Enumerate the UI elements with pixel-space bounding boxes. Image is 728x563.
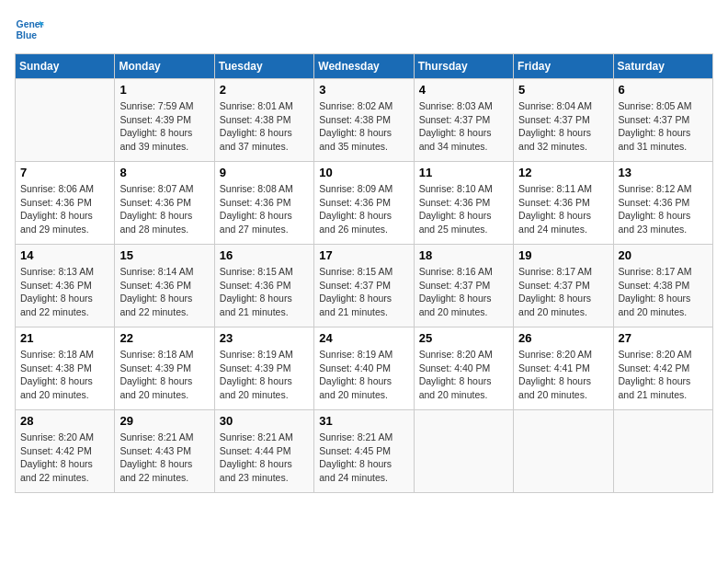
- header-thursday: Thursday: [414, 54, 513, 79]
- day-detail: Sunrise: 8:21 AMSunset: 4:44 PMDaylight:…: [220, 431, 309, 485]
- day-detail: Sunrise: 8:05 AMSunset: 4:37 PMDaylight:…: [619, 99, 708, 154]
- day-detail: Sunrise: 8:13 AMSunset: 4:36 PMDaylight:…: [20, 265, 109, 319]
- day-number: 5: [518, 83, 608, 97]
- day-detail: Sunrise: 8:20 AMSunset: 4:40 PMDaylight:…: [419, 348, 508, 402]
- calendar-cell: 24Sunrise: 8:19 AMSunset: 4:40 PMDayligh…: [314, 327, 414, 410]
- day-detail: Sunrise: 8:01 AMSunset: 4:38 PMDaylight:…: [220, 99, 309, 154]
- calendar-cell: [16, 79, 115, 162]
- calendar-table: SundayMondayTuesdayWednesdayThursdayFrid…: [15, 53, 713, 493]
- calendar-cell: 16Sunrise: 8:15 AMSunset: 4:36 PMDayligh…: [214, 245, 313, 327]
- day-detail: Sunrise: 7:59 AMSunset: 4:39 PMDaylight:…: [119, 99, 209, 154]
- header-tuesday: Tuesday: [214, 54, 313, 79]
- header-friday: Friday: [514, 54, 613, 79]
- day-detail: Sunrise: 8:20 AMSunset: 4:42 PMDaylight:…: [619, 348, 708, 402]
- calendar-cell: 6Sunrise: 8:05 AMSunset: 4:37 PMDaylight…: [613, 79, 712, 162]
- day-number: 6: [619, 83, 708, 97]
- day-detail: Sunrise: 8:18 AMSunset: 4:39 PMDaylight:…: [119, 348, 209, 402]
- week-row-5: 28Sunrise: 8:20 AMSunset: 4:42 PMDayligh…: [16, 410, 713, 493]
- day-number: 28: [20, 414, 109, 428]
- day-detail: Sunrise: 8:17 AMSunset: 4:37 PMDaylight:…: [518, 265, 608, 319]
- day-number: 24: [319, 331, 408, 345]
- day-number: 7: [20, 166, 109, 179]
- day-number: 10: [319, 166, 408, 179]
- calendar-cell: 22Sunrise: 8:18 AMSunset: 4:39 PMDayligh…: [115, 327, 214, 410]
- calendar-cell: 19Sunrise: 8:17 AMSunset: 4:37 PMDayligh…: [514, 245, 613, 327]
- day-detail: Sunrise: 8:15 AMSunset: 4:37 PMDaylight:…: [319, 265, 408, 319]
- calendar-cell: 29Sunrise: 8:21 AMSunset: 4:43 PMDayligh…: [115, 410, 214, 493]
- day-detail: Sunrise: 8:19 AMSunset: 4:39 PMDaylight:…: [220, 348, 309, 402]
- header-wednesday: Wednesday: [314, 54, 414, 79]
- calendar-cell: 5Sunrise: 8:04 AMSunset: 4:37 PMDaylight…: [514, 79, 613, 162]
- week-row-4: 21Sunrise: 8:18 AMSunset: 4:38 PMDayligh…: [16, 327, 713, 410]
- calendar-cell: 12Sunrise: 8:11 AMSunset: 4:36 PMDayligh…: [514, 162, 613, 245]
- calendar-cell: 21Sunrise: 8:18 AMSunset: 4:38 PMDayligh…: [16, 327, 115, 410]
- calendar-cell: 17Sunrise: 8:15 AMSunset: 4:37 PMDayligh…: [314, 245, 414, 327]
- day-number: 11: [419, 166, 508, 179]
- calendar-cell: 14Sunrise: 8:13 AMSunset: 4:36 PMDayligh…: [16, 245, 115, 327]
- calendar-cell: [414, 410, 513, 493]
- calendar-cell: 3Sunrise: 8:02 AMSunset: 4:38 PMDaylight…: [314, 79, 414, 162]
- calendar-cell: 20Sunrise: 8:17 AMSunset: 4:38 PMDayligh…: [613, 245, 712, 327]
- day-detail: Sunrise: 8:03 AMSunset: 4:37 PMDaylight:…: [419, 99, 508, 154]
- day-detail: Sunrise: 8:06 AMSunset: 4:36 PMDaylight:…: [20, 182, 109, 236]
- calendar-cell: 27Sunrise: 8:20 AMSunset: 4:42 PMDayligh…: [613, 327, 712, 410]
- day-number: 14: [20, 248, 109, 262]
- day-number: 4: [419, 83, 508, 97]
- calendar-cell: 31Sunrise: 8:21 AMSunset: 4:45 PMDayligh…: [314, 410, 414, 493]
- day-number: 23: [220, 331, 309, 345]
- header-saturday: Saturday: [613, 54, 712, 79]
- day-number: 22: [119, 331, 209, 345]
- calendar-cell: 15Sunrise: 8:14 AMSunset: 4:36 PMDayligh…: [115, 245, 214, 327]
- day-number: 25: [419, 331, 508, 345]
- day-number: 1: [119, 83, 209, 97]
- day-number: 9: [220, 166, 309, 179]
- header-row: SundayMondayTuesdayWednesdayThursdayFrid…: [16, 54, 713, 79]
- day-number: 13: [619, 166, 708, 179]
- day-detail: Sunrise: 8:16 AMSunset: 4:37 PMDaylight:…: [419, 265, 508, 319]
- calendar-cell: 9Sunrise: 8:08 AMSunset: 4:36 PMDaylight…: [214, 162, 313, 245]
- day-number: 29: [119, 414, 209, 428]
- day-number: 17: [319, 248, 408, 262]
- week-row-1: 1Sunrise: 7:59 AMSunset: 4:39 PMDaylight…: [16, 79, 713, 162]
- day-detail: Sunrise: 8:08 AMSunset: 4:36 PMDaylight:…: [220, 182, 309, 236]
- calendar-cell: 25Sunrise: 8:20 AMSunset: 4:40 PMDayligh…: [414, 327, 513, 410]
- day-detail: Sunrise: 8:04 AMSunset: 4:37 PMDaylight:…: [518, 99, 608, 154]
- day-detail: Sunrise: 8:14 AMSunset: 4:36 PMDaylight:…: [119, 265, 209, 319]
- week-row-2: 7Sunrise: 8:06 AMSunset: 4:36 PMDaylight…: [16, 162, 713, 245]
- day-number: 19: [518, 248, 608, 262]
- day-number: 31: [319, 414, 408, 428]
- day-number: 21: [20, 331, 109, 345]
- day-number: 27: [619, 331, 708, 345]
- day-number: 12: [518, 166, 608, 179]
- day-detail: Sunrise: 8:15 AMSunset: 4:36 PMDaylight:…: [220, 265, 309, 319]
- day-detail: Sunrise: 8:21 AMSunset: 4:43 PMDaylight:…: [119, 431, 209, 485]
- day-number: 18: [419, 248, 508, 262]
- calendar-cell: 7Sunrise: 8:06 AMSunset: 4:36 PMDaylight…: [16, 162, 115, 245]
- header-sunday: Sunday: [16, 54, 115, 79]
- calendar-header: SundayMondayTuesdayWednesdayThursdayFrid…: [16, 54, 713, 79]
- day-number: 3: [319, 83, 408, 97]
- day-number: 16: [220, 248, 309, 262]
- day-detail: Sunrise: 8:07 AMSunset: 4:36 PMDaylight:…: [119, 182, 209, 236]
- logo-icon: General Blue: [15, 15, 44, 44]
- day-detail: Sunrise: 8:09 AMSunset: 4:36 PMDaylight:…: [319, 182, 408, 236]
- day-detail: Sunrise: 8:12 AMSunset: 4:36 PMDaylight:…: [619, 182, 708, 236]
- calendar-cell: 26Sunrise: 8:20 AMSunset: 4:41 PMDayligh…: [514, 327, 613, 410]
- day-detail: Sunrise: 8:19 AMSunset: 4:40 PMDaylight:…: [319, 348, 408, 402]
- svg-text:Blue: Blue: [17, 30, 38, 40]
- calendar-cell: 1Sunrise: 7:59 AMSunset: 4:39 PMDaylight…: [115, 79, 214, 162]
- calendar-cell: 11Sunrise: 8:10 AMSunset: 4:36 PMDayligh…: [414, 162, 513, 245]
- day-number: 26: [518, 331, 608, 345]
- calendar-cell: 28Sunrise: 8:20 AMSunset: 4:42 PMDayligh…: [16, 410, 115, 493]
- day-number: 20: [619, 248, 708, 262]
- day-detail: Sunrise: 8:10 AMSunset: 4:36 PMDaylight:…: [419, 182, 508, 236]
- calendar-cell: 23Sunrise: 8:19 AMSunset: 4:39 PMDayligh…: [214, 327, 313, 410]
- logo: General Blue: [15, 15, 44, 44]
- calendar-cell: 4Sunrise: 8:03 AMSunset: 4:37 PMDaylight…: [414, 79, 513, 162]
- calendar-cell: 8Sunrise: 8:07 AMSunset: 4:36 PMDaylight…: [115, 162, 214, 245]
- calendar-cell: 13Sunrise: 8:12 AMSunset: 4:36 PMDayligh…: [613, 162, 712, 245]
- day-number: 30: [220, 414, 309, 428]
- calendar-body: 1Sunrise: 7:59 AMSunset: 4:39 PMDaylight…: [16, 79, 713, 493]
- day-detail: Sunrise: 8:20 AMSunset: 4:41 PMDaylight:…: [518, 348, 608, 402]
- calendar-cell: [514, 410, 613, 493]
